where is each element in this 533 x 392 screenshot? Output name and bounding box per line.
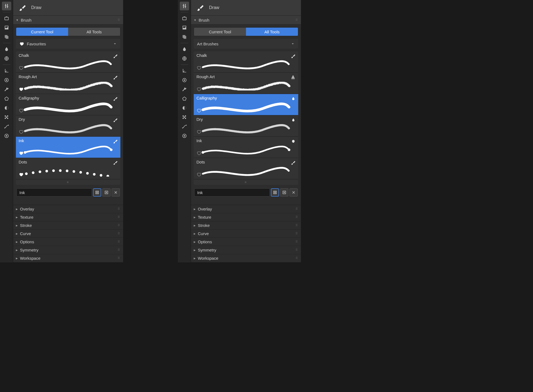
heart-icon <box>19 41 24 46</box>
section-overlay[interactable]: ▶Overlay⠿ <box>191 205 301 213</box>
drag-handle-icon[interactable]: ⠿ <box>118 232 120 235</box>
drop-icon[interactable] <box>180 45 189 54</box>
brush-section-header[interactable]: ▼ Brush ⠿ <box>13 15 123 25</box>
layers-icon[interactable] <box>2 33 11 41</box>
drag-handle-icon[interactable]: ⠿ <box>296 256 298 260</box>
section-workspace[interactable]: ▶Workspace⠿ <box>191 254 301 262</box>
brush-label: Chalk <box>19 53 29 58</box>
tab-all-tools[interactable]: All Tools <box>68 28 120 36</box>
section-stroke[interactable]: ▶Stroke⠿ <box>191 221 301 230</box>
drag-handle-icon[interactable]: ⠿ <box>296 18 298 22</box>
brush-category-dropdown[interactable]: Favourites <box>16 39 120 49</box>
drag-handle-icon[interactable]: ⠿ <box>118 18 120 22</box>
fake-user-button[interactable] <box>271 188 279 197</box>
drag-handle-icon[interactable]: ⠿ <box>118 240 120 244</box>
drag-handle-icon[interactable]: ⠿ <box>296 207 298 211</box>
brush-item-dry[interactable]: Dry <box>194 115 298 137</box>
tab-current-tool[interactable]: Current Tool <box>194 28 246 36</box>
brush-name-input[interactable] <box>194 188 270 197</box>
resize-handle[interactable]: ≡ <box>194 179 298 185</box>
drag-handle-icon[interactable]: ⠿ <box>118 256 120 260</box>
tool-options-icon[interactable] <box>180 2 189 10</box>
image-icon[interactable] <box>180 23 189 32</box>
checker-icon[interactable] <box>180 113 189 122</box>
drag-handle-icon[interactable]: ⠿ <box>296 224 298 227</box>
drag-handle-icon[interactable]: ⠿ <box>118 224 120 227</box>
drag-handle-icon[interactable]: ⠿ <box>118 215 120 219</box>
property-sections: ▶Overlay⠿▶Texture⠿▶Stroke⠿▶Curve⠿▶Option… <box>13 205 123 262</box>
section-stroke[interactable]: ▶Stroke⠿ <box>13 221 123 230</box>
clear-button[interactable] <box>289 188 298 197</box>
brush-item-calli[interactable]: Calligraphy <box>16 94 120 115</box>
drag-handle-icon[interactable]: ⠿ <box>296 215 298 219</box>
fake-user-button[interactable] <box>93 188 101 197</box>
image-icon[interactable] <box>2 23 11 32</box>
suitcase-icon[interactable] <box>180 14 189 23</box>
drag-handle-icon[interactable]: ⠿ <box>118 248 120 252</box>
layers-icon[interactable] <box>180 33 189 41</box>
section-curve[interactable]: ▶Curve⠿ <box>13 230 123 238</box>
brush-item-calli[interactable]: Calligraphy <box>194 94 298 115</box>
axes-icon[interactable] <box>180 66 189 75</box>
brush-section-header[interactable]: ▼ Brush ⠿ <box>191 15 301 25</box>
wrench-icon[interactable] <box>180 85 189 94</box>
brush-item-rough[interactable]: Rough Art <box>194 73 298 94</box>
checker-icon[interactable] <box>2 113 11 122</box>
tab-current-tool[interactable]: Current Tool <box>16 28 68 36</box>
drop-icon[interactable] <box>2 45 11 54</box>
section-options[interactable]: ▶Options⠿ <box>191 238 301 246</box>
section-options[interactable]: ▶Options⠿ <box>13 238 123 246</box>
brush-item-dry[interactable]: Dry <box>16 115 120 137</box>
tab-all-tools[interactable]: All Tools <box>246 28 298 36</box>
section-symmetry[interactable]: ▶Symmetry⠿ <box>191 246 301 254</box>
brush-item-ink[interactable]: Ink <box>194 137 298 158</box>
add-brush-button[interactable] <box>102 188 111 197</box>
suitcase-icon[interactable] <box>2 14 11 23</box>
section-overlay[interactable]: ▶Overlay⠿ <box>13 205 123 213</box>
brush-item-chalk[interactable]: Chalk <box>16 51 120 73</box>
section-workspace[interactable]: ▶Workspace⠿ <box>13 254 123 262</box>
section-symmetry[interactable]: ▶Symmetry⠿ <box>13 246 123 254</box>
axes-icon[interactable] <box>2 66 11 75</box>
brush-item-dots[interactable]: Dots <box>194 158 298 179</box>
brush-item-ink[interactable]: Ink <box>16 137 120 158</box>
resize-handle[interactable]: ≡ <box>16 179 120 185</box>
contrast-icon[interactable] <box>2 104 11 112</box>
globe-icon[interactable] <box>2 54 11 63</box>
disclosure-down-icon: ▼ <box>194 19 196 22</box>
clear-button[interactable] <box>112 188 120 197</box>
drag-handle-icon[interactable]: ⠿ <box>118 207 120 211</box>
gauge-icon[interactable] <box>180 76 189 84</box>
brush-item-rough[interactable]: Rough Art <box>16 73 120 94</box>
tool-options-icon[interactable] <box>2 2 11 10</box>
globe-icon[interactable] <box>180 54 189 63</box>
section-label: Stroke <box>20 223 32 228</box>
brush-item-chalk[interactable]: Chalk <box>194 51 298 73</box>
drag-handle-icon[interactable]: ⠿ <box>296 240 298 244</box>
record-icon[interactable] <box>180 131 189 140</box>
svg-point-20 <box>93 173 96 176</box>
brush-label: Dry <box>19 117 25 122</box>
curve-icon[interactable] <box>180 122 189 131</box>
shape-icon[interactable] <box>2 94 11 103</box>
curve-icon[interactable] <box>2 122 11 131</box>
drag-handle-icon[interactable]: ⠿ <box>296 248 298 252</box>
add-brush-button[interactable] <box>280 188 288 197</box>
brush-tip-icon <box>113 54 118 58</box>
drag-handle-icon[interactable]: ⠿ <box>296 232 298 235</box>
panel-window-right: Draw ▼ Brush ⠿ Current Tool All Tools Ar… <box>178 0 301 262</box>
contrast-icon[interactable] <box>180 104 189 112</box>
section-texture[interactable]: ▶Texture⠿ <box>13 213 123 221</box>
record-icon[interactable] <box>2 131 11 140</box>
svg-point-4 <box>4 127 5 128</box>
brush-item-dots[interactable]: Dots <box>16 158 120 179</box>
brush-category-dropdown[interactable]: Art Brushes <box>194 39 298 49</box>
brush-label: Ink <box>196 138 202 143</box>
gauge-icon[interactable] <box>2 76 11 84</box>
brush-name-input[interactable] <box>16 188 92 197</box>
disclosure-right-icon: ▶ <box>16 232 18 235</box>
section-texture[interactable]: ▶Texture⠿ <box>191 213 301 221</box>
section-curve[interactable]: ▶Curve⠿ <box>191 230 301 238</box>
shape-icon[interactable] <box>180 94 189 103</box>
wrench-icon[interactable] <box>2 85 11 94</box>
